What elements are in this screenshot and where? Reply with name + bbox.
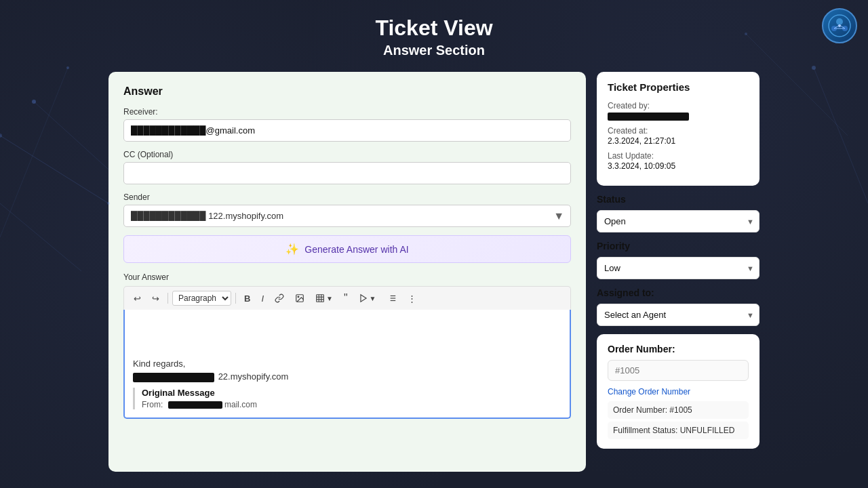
format-select[interactable]: Paragraph [172, 291, 231, 306]
assigned-to-dropdown: Select an Agent ▼ [597, 304, 760, 326]
svg-point-13 [836, 18, 843, 25]
answer-panel: Answer Receiver: CC (Optional) Sender ██… [108, 72, 586, 472]
app-logo [822, 8, 857, 43]
receiver-label: Receiver: [123, 107, 571, 117]
change-order-link[interactable]: Change Order Number [608, 387, 690, 396]
status-section: Status Open Closed Pending ▼ [597, 194, 760, 232]
created-by-redacted [608, 113, 689, 121]
last-update-field: Last Update: 3.3.2024, 10:09:05 [608, 151, 749, 171]
order-number-input[interactable] [608, 360, 749, 381]
editor-toolbar: ↩ ↪ Paragraph B I ▼ " ▼ [123, 286, 571, 310]
quote-button[interactable]: " [340, 290, 352, 306]
bold-button[interactable]: B [240, 291, 254, 306]
assigned-to-select[interactable]: Select an Agent [597, 304, 760, 326]
ticket-properties-card: Ticket Properties Created by: Created at… [597, 72, 760, 186]
receiver-input[interactable] [123, 119, 571, 142]
your-answer-label: Your Answer [123, 272, 571, 282]
svg-rect-22 [317, 295, 324, 302]
sender-sig-domain: 22.myshopify.com [218, 371, 289, 382]
redo-button[interactable]: ↪ [148, 291, 163, 306]
priority-select[interactable]: Low Medium High [597, 257, 760, 279]
priority-label: Priority [597, 241, 760, 251]
sender-select[interactable]: ████████████ 122.myshopify.com [123, 205, 571, 227]
editor-area[interactable]: Kind regards, 22.myshopify.com Original … [123, 310, 571, 419]
page-subtitle: Answer Section [0, 41, 868, 60]
ticket-properties-title: Ticket Properties [608, 81, 749, 93]
created-by-value [608, 111, 749, 121]
order-detail-2: Fulfillment Status: UNFULFILLED [608, 422, 749, 439]
undo-button[interactable]: ↩ [130, 291, 145, 306]
assigned-to-label: Assigned to: [597, 287, 760, 298]
created-by-field: Created by: [608, 101, 749, 121]
created-at-label: Created at: [608, 126, 749, 136]
more-button[interactable]: ⋮ [403, 291, 420, 306]
cc-label: CC (Optional) [123, 150, 571, 159]
priority-section: Priority Low Medium High ▼ [597, 241, 760, 279]
answer-heading: Answer [123, 85, 571, 98]
page-header: Ticket View Answer Section [0, 0, 868, 72]
created-at-value: 2.3.2024, 21:27:01 [608, 136, 749, 146]
status-dropdown: Open Closed Pending ▼ [597, 210, 760, 232]
ai-sparkle-icon: ✨ [285, 243, 299, 256]
created-by-label: Created by: [608, 101, 749, 110]
order-detail-1: Order Number: #1005 [608, 401, 749, 419]
sender-wrapper: ████████████ 122.myshopify.com ▼ [123, 205, 571, 227]
last-update-value: 3.3.2024, 10:09:05 [608, 161, 749, 171]
status-select[interactable]: Open Closed Pending [597, 210, 760, 232]
generate-btn-label: Generate Answer with AI [304, 244, 408, 255]
assigned-to-section: Assigned to: Select an Agent ▼ [597, 287, 760, 326]
last-update-label: Last Update: [608, 151, 749, 161]
cc-input[interactable] [123, 162, 571, 184]
generate-answer-button[interactable]: ✨ Generate Answer with AI [123, 235, 571, 263]
toolbar-divider-1 [167, 293, 168, 304]
properties-panel: Ticket Properties Created by: Created at… [597, 72, 760, 472]
kind-regards-text: Kind regards, [133, 359, 561, 369]
cc-field-group: CC (Optional) [123, 150, 571, 184]
receiver-field-group: Receiver: [123, 107, 571, 142]
status-label: Status [597, 194, 760, 205]
page-title: Ticket View [0, 15, 868, 41]
video-button[interactable]: ▼ [355, 291, 380, 305]
svg-point-21 [298, 296, 299, 298]
sender-field-group: Sender ████████████ 122.myshopify.com ▼ [123, 192, 571, 227]
list-button[interactable] [383, 291, 401, 305]
sender-sig-redacted [133, 373, 214, 382]
editor-content: Kind regards, 22.myshopify.com Original … [133, 318, 561, 409]
order-number-label: Order Number: [608, 344, 749, 354]
priority-dropdown: Low Medium High ▼ [597, 257, 760, 279]
created-at-field: Created at: 2.3.2024, 21:27:01 [608, 126, 749, 146]
table-button[interactable]: ▼ [311, 291, 337, 305]
toolbar-divider-2 [235, 293, 236, 304]
svg-marker-27 [361, 295, 366, 302]
image-button[interactable] [291, 291, 309, 305]
order-number-section: Order Number: Change Order Number Order … [597, 334, 760, 449]
link-button[interactable] [271, 291, 288, 305]
italic-button[interactable]: I [257, 291, 268, 306]
svg-point-19 [838, 24, 841, 27]
original-message-box: Original Message From: mail.com [133, 388, 561, 409]
sender-label: Sender [123, 192, 571, 202]
original-message-title: Original Message [142, 388, 561, 398]
original-from: From: mail.com [142, 400, 561, 409]
